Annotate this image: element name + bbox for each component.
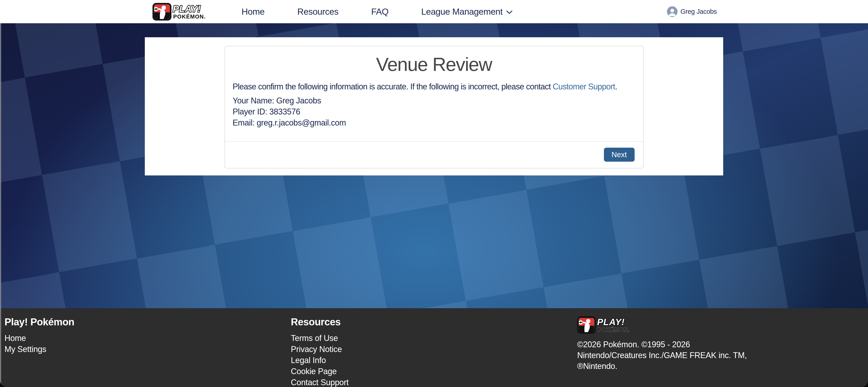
main-nav: Home Resources FAQ League Management bbox=[242, 7, 513, 17]
copyright-line: Nintendo/Creatures Inc./GAME FREAK inc. … bbox=[577, 350, 864, 361]
footer-link-contact-support[interactable]: Contact Support bbox=[291, 377, 349, 387]
detail-your-name: Your Name: Greg Jacobs bbox=[233, 95, 636, 106]
user-menu[interactable]: Greg Jacobs bbox=[667, 6, 717, 17]
main-background: Venue Review Please confirm the followin… bbox=[0, 23, 868, 308]
user-avatar-icon bbox=[667, 6, 678, 17]
svg-text:POKÉMON.: POKÉMON. bbox=[173, 13, 206, 20]
footer-links: Home My Settings bbox=[4, 332, 291, 355]
window-edge bbox=[0, 23, 1, 387]
page-title: Venue Review bbox=[225, 53, 643, 76]
nav-item-league-management[interactable]: League Management bbox=[421, 7, 513, 17]
player-details: Your Name: Greg Jacobs Player ID: 383357… bbox=[233, 95, 636, 128]
footer-links: Terms of Use Privacy Notice Legal Info C… bbox=[291, 332, 577, 387]
intro-text-period: . bbox=[615, 82, 617, 91]
copyright-notice: ©2026 Pokémon. ©1995 - 2026 Nintendo/Cre… bbox=[577, 339, 864, 372]
nav-item-resources[interactable]: Resources bbox=[297, 7, 338, 17]
play-pokemon-logo[interactable]: PLAY! POKÉMON. bbox=[153, 3, 221, 21]
top-navigation-bar: PLAY! POKÉMON. Home Resources FAQ League… bbox=[0, 0, 868, 23]
footer-column-resources: Resources Terms of Use Privacy Notice Le… bbox=[291, 316, 577, 387]
svg-text:PLAY!: PLAY! bbox=[597, 317, 625, 327]
footer-link-home[interactable]: Home bbox=[4, 332, 26, 344]
nav-item-label: FAQ bbox=[371, 7, 389, 17]
nav-item-home[interactable]: Home bbox=[242, 7, 265, 17]
confirmation-message: Please confirm the following information… bbox=[233, 82, 643, 92]
footer-column-legal: PLAY! POKÉMON. ©2026 Pokémon. ©1995 - 20… bbox=[577, 316, 864, 387]
footer: Play! Pokémon Home My Settings Resources… bbox=[0, 308, 868, 387]
svg-text:POKÉMON.: POKÉMON. bbox=[597, 327, 629, 333]
detail-email: Email: greg.r.jacobs@gmail.com bbox=[233, 117, 636, 128]
copyright-line: ©2026 Pokémon. ©1995 - 2026 bbox=[577, 339, 864, 350]
nav-item-label: League Management bbox=[421, 7, 503, 17]
play-pokemon-footer-logo-icon: PLAY! POKÉMON. bbox=[577, 316, 644, 334]
nav-item-label: Resources bbox=[297, 7, 338, 17]
svg-text:PLAY!: PLAY! bbox=[173, 3, 201, 14]
footer-heading-resources: Resources bbox=[291, 316, 577, 328]
browser-page: PLAY! POKÉMON. Home Resources FAQ League… bbox=[0, 0, 868, 387]
customer-support-link[interactable]: Customer Support bbox=[553, 82, 615, 91]
user-name: Greg Jacobs bbox=[680, 8, 717, 15]
footer-heading-play-pokemon: Play! Pokémon bbox=[4, 316, 291, 328]
nav-item-faq[interactable]: FAQ bbox=[371, 7, 389, 17]
card-actions: Next bbox=[225, 142, 643, 168]
play-pokemon-logo-icon: PLAY! POKÉMON. bbox=[153, 3, 221, 21]
intro-text: Please confirm the following information… bbox=[233, 82, 553, 91]
next-button[interactable]: Next bbox=[604, 148, 634, 162]
detail-player-id: Player ID: 3833576 bbox=[233, 106, 636, 117]
copyright-line: ®Nintendo. bbox=[577, 361, 864, 372]
chevron-down-icon bbox=[506, 10, 513, 14]
footer-link-privacy-notice[interactable]: Privacy Notice bbox=[291, 344, 342, 355]
footer-link-legal-info[interactable]: Legal Info bbox=[291, 355, 326, 366]
venue-review-card: Venue Review Please confirm the followin… bbox=[224, 46, 644, 168]
footer-link-terms-of-use[interactable]: Terms of Use bbox=[291, 332, 338, 344]
footer-column-play-pokemon: Play! Pokémon Home My Settings bbox=[4, 316, 291, 387]
nav-item-label: Home bbox=[242, 7, 265, 17]
content-wrapper: Venue Review Please confirm the followin… bbox=[145, 37, 723, 175]
footer-link-my-settings[interactable]: My Settings bbox=[4, 344, 46, 355]
header-container: PLAY! POKÉMON. Home Resources FAQ League… bbox=[145, 0, 723, 23]
footer-link-cookie-page[interactable]: Cookie Page bbox=[291, 366, 337, 377]
